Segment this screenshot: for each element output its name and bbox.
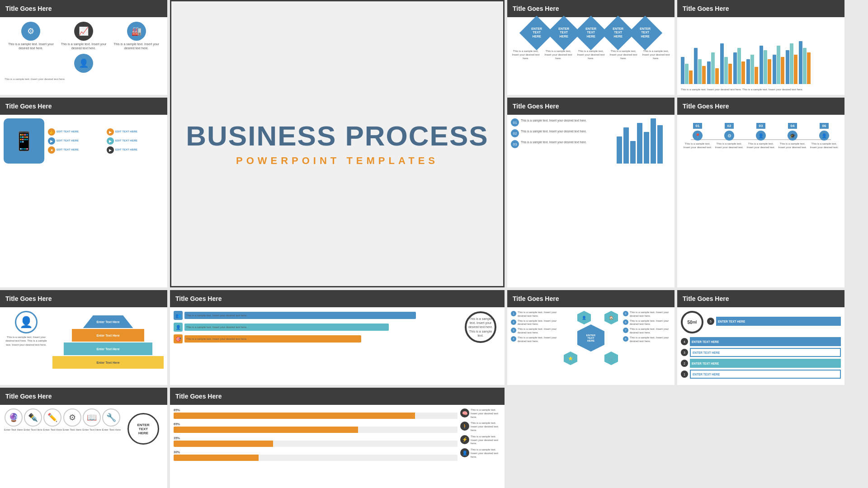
label-icon-2: ▶	[107, 128, 114, 136]
slide-6-content: 01 📍 This is a sample text. Insert your …	[677, 115, 844, 154]
info-circle: This is a sample text. Insert your desir…	[465, 311, 496, 343]
bar-fill-2: This is a sample text. Insert your desir…	[184, 324, 389, 331]
slide-b1-title: Title Goes Here	[513, 295, 559, 302]
slide-b4-content: 85% 65% 35% 30% 🧠This is a sample text. …	[170, 405, 505, 465]
diamond-labels: This is a sample text. Insert your desir…	[511, 50, 671, 60]
d-label-5: This is a sample text. Insert your desir…	[641, 50, 671, 60]
slide-b3-content: 🔮Enter Text Here ✒️Enter Text Here ✏️Ent…	[0, 405, 167, 453]
flow-item-5: 5 ENTER TEXT HERE	[707, 317, 841, 326]
slide-3-text: This is a sample text. Insert your desir…	[681, 88, 841, 91]
b1-list-right: 5This is a sample text. Insert your desi…	[623, 311, 671, 365]
profile-text: This is a sample text. Insert your desir…	[4, 335, 49, 347]
pyramid-level-3: Enter Text Here	[64, 343, 153, 355]
hex-center: ENTERTEXTHERE	[577, 324, 604, 352]
slide-1-sample: This is a sample text. Insert your desir…	[5, 77, 163, 81]
slide-4-header: Title Goes Here	[0, 98, 167, 115]
slide-b1: Title Goes Here 1This is a sample text. …	[507, 290, 675, 385]
label-icon-3: ▶	[48, 137, 55, 145]
slide-6-header: Title Goes Here	[677, 98, 844, 115]
b3-big-circle: ENTERTEXTHERE	[127, 413, 159, 445]
slide-5-title: Title Goes Here	[513, 103, 559, 110]
b4-icon-list: 🧠This is a sample text. Insert your desi…	[460, 408, 501, 461]
slide-3: Title Goes Here This is a sample text. I…	[677, 0, 844, 95]
icon-1-text: This is a sample text. Insert your desir…	[5, 42, 57, 50]
slide-7-content: 👤 This is a sample text. Insert your des…	[0, 307, 167, 372]
slide-6: Title Goes Here 01 📍 This is a sample te…	[677, 98, 844, 287]
label-text-3: EDIT TEXT HERE	[57, 139, 79, 142]
chart-area	[681, 21, 841, 86]
bar-item-3: 🎯 This is a sample text. Insert your des…	[174, 334, 457, 343]
icon-center: 👤	[74, 54, 93, 73]
center-subtitle: POWERPOINT TEMPLATES	[236, 155, 439, 167]
b3-icon-2: ✒️	[24, 408, 42, 427]
bar-fill-3: This is a sample text. Insert your desir…	[184, 335, 361, 343]
label-text-5: EDIT TEXT HERE	[57, 148, 79, 151]
icon-2: 📈	[74, 22, 93, 41]
num-3: 03	[511, 140, 519, 148]
label-icon-5: ★	[48, 146, 55, 154]
icon-2-text: This is a sample text. Insert your desir…	[57, 42, 110, 50]
slide-8: Title Goes Here 👥 This is a sample text.…	[170, 290, 505, 385]
flow-item-1: 1 ENTER TEXT HERE	[681, 370, 841, 379]
slide-7-title: Title Goes Here	[5, 295, 52, 302]
mini-chart	[617, 118, 671, 164]
bar-icon-2: 👤	[174, 323, 183, 332]
slide-7-header: Title Goes Here	[0, 290, 167, 307]
diamond-5: ENTERTEXTHERE	[628, 16, 662, 50]
pyramid-level-4: Enter Text Here	[52, 356, 164, 369]
slide-2-content: ENTERTEXTHERE ENTERTEXTHERE ENTERTEXTHER…	[507, 17, 675, 64]
bar-icon-1: 👥	[174, 311, 183, 320]
slide-1: Title Goes Here ⚙ This is a sample text.…	[0, 0, 167, 95]
pyramid-level-1: Enter Text Here	[83, 315, 133, 328]
pb-3: 35%	[174, 436, 458, 447]
b3-icon-4: ⚙	[63, 408, 81, 427]
num-2: 02	[511, 129, 519, 137]
slide-b3: Title Goes Here 🔮Enter Text Here ✒️Enter…	[0, 388, 167, 488]
slide-b2: Title Goes Here 50ml 5 ENTER TEXT HERE 4…	[677, 290, 844, 385]
hex-br: 🛒	[604, 352, 618, 365]
slide-3-title: Title Goes Here	[683, 5, 729, 12]
d-label-4: This is a sample text. Insert your desir…	[609, 50, 638, 60]
pyramid-level-2: Enter Text Here	[72, 329, 144, 342]
tl-item-3: 03 👤 This is a sample text. Insert your …	[745, 123, 777, 150]
slide-4-title: Title Goes Here	[5, 103, 52, 110]
b3-icon-3: ✏️	[43, 408, 61, 427]
d-label-2: This is a sample text. Insert your desir…	[543, 50, 573, 60]
hex-tr: 🏠	[604, 311, 618, 324]
slide-1-content: ⚙ This is a sample text. Insert your des…	[0, 17, 167, 86]
slide-6-title: Title Goes Here	[683, 103, 729, 110]
slide-2-header: Title Goes Here	[507, 0, 675, 17]
tl-item-1: 01 📍 This is a sample text. Insert your …	[682, 123, 713, 150]
icon-1: ⚙	[21, 22, 40, 41]
slide-3-content: This is a sample text. Insert your desir…	[677, 17, 844, 95]
tl-item-4: 04 🎓 This is a sample text. Insert your …	[777, 123, 808, 150]
pb-4: 30%	[174, 450, 458, 461]
slide-8-header: Title Goes Here	[170, 290, 505, 307]
item-1-text: This is a sample text. Insert your desir…	[521, 118, 587, 122]
hex-cluster: ENTERTEXTHERE 👤 🏠 ⭐ 🛒	[561, 311, 620, 365]
slide-8-bars: 👥 This is a sample text. Insert your des…	[174, 311, 457, 343]
b1-list-left: 1This is a sample text. Insert your desi…	[511, 311, 559, 365]
slide-1-title: Title Goes Here	[5, 5, 52, 12]
label-text-4: EDIT TEXT HERE	[115, 139, 137, 142]
icon-3: 🏭	[127, 22, 146, 41]
label-icon-4: ▶	[107, 137, 114, 145]
numbered-list: 01This is a sample text. Insert your des…	[511, 118, 613, 164]
label-text-2: EDIT TEXT HERE	[115, 130, 137, 133]
slide-b1-content: 1This is a sample text. Insert your desi…	[507, 307, 675, 369]
flow-item-4: 4 ENTER TEXT HERE	[681, 337, 841, 346]
b3-icon-1: 🔮	[5, 408, 23, 427]
d-label-3: This is a sample text. Insert your desir…	[576, 50, 606, 60]
profile-circle: 👤	[15, 311, 38, 333]
slide-b2-title: Title Goes Here	[683, 295, 729, 302]
bar-item-2: 👤 This is a sample text. Insert your des…	[174, 323, 457, 332]
slide-4: Title Goes Here 📱 👍EDIT TEXT HERE ▶EDIT …	[0, 98, 167, 287]
slide-b2-content: 50ml 5 ENTER TEXT HERE 4 ENTER TEXT HERE…	[677, 307, 844, 384]
bar-fill-1: This is a sample text. Insert your desir…	[184, 312, 416, 319]
slide-b4-title: Title Goes Here	[175, 393, 222, 400]
diamonds-row: ENTERTEXTHERE ENTERTEXTHERE ENTERTEXTHER…	[524, 21, 657, 45]
slide-b4-header: Title Goes Here	[170, 388, 505, 405]
label-text-1: EDIT TEXT HERE	[57, 130, 79, 133]
icons-row: ⚙ This is a sample text. Insert your des…	[5, 22, 163, 50]
edit-labels: 👍EDIT TEXT HERE ▶EDIT TEXT HERE ▶EDIT TE…	[48, 128, 164, 154]
